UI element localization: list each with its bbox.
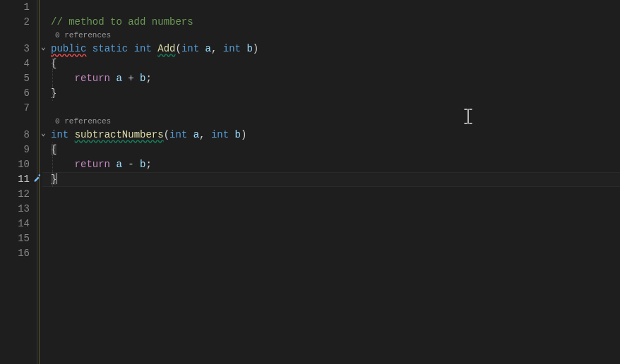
code-content[interactable]: // method to add numbers 0 references ⌄p… [42, 0, 620, 364]
line-number: 16 [0, 246, 30, 261]
codelens-references[interactable]: 0 references [42, 116, 620, 128]
line-number: 4 [0, 56, 30, 71]
type: int [134, 43, 152, 54]
text-cursor [56, 173, 57, 184]
line-number: 8 [0, 128, 30, 142]
line-number: 1 [0, 0, 30, 15]
line-number: 5 [0, 71, 30, 86]
fold-arrow-icon[interactable]: ⌄ [41, 130, 46, 138]
line-number: 6 [0, 86, 30, 101]
keyword: public [51, 43, 86, 54]
code-line[interactable] [42, 246, 620, 261]
code-line[interactable] [42, 187, 620, 202]
codelens-references[interactable]: 0 references [42, 30, 620, 42]
line-number: 10 [0, 157, 30, 172]
comment-text: // method to add numbers [51, 16, 193, 28]
code-line[interactable] [42, 0, 620, 15]
code-line[interactable]: return a + b; [42, 71, 620, 86]
line-number: 3 [0, 42, 30, 56]
code-line[interactable]: } [42, 86, 620, 101]
line-number-gutter: 1 2 3 4 5 6 7 8 9 10 11 12 13 14 15 16 [0, 0, 35, 364]
line-number: 9 [0, 142, 30, 157]
line-number: 13 [0, 202, 30, 217]
line-number: 15 [0, 231, 30, 246]
line-number: 14 [0, 217, 30, 231]
line-number: 11 [0, 172, 30, 187]
code-line[interactable]: ⌄int subtractNumbers(int a, int b) [42, 128, 620, 142]
code-editor[interactable]: 1 2 3 4 5 6 7 8 9 10 11 12 13 14 15 16 /… [0, 0, 620, 364]
line-number: 12 [0, 187, 30, 202]
keyword: static [93, 43, 128, 54]
line-number: 7 [0, 101, 30, 116]
code-line[interactable]: { [42, 142, 620, 157]
code-line[interactable]: // method to add numbers [42, 15, 620, 30]
code-line[interactable] [42, 217, 620, 231]
line-number: 2 [0, 15, 30, 30]
code-line[interactable]: ⌄public static int Add(int a, int b) [42, 42, 620, 56]
code-line[interactable]: { [42, 56, 620, 71]
quick-actions-icon[interactable] [32, 174, 42, 188]
code-line-current[interactable]: } [42, 172, 620, 187]
keyword: return [75, 73, 110, 84]
code-line[interactable] [42, 202, 620, 217]
code-line[interactable] [42, 231, 620, 246]
fold-arrow-icon[interactable]: ⌄ [41, 44, 46, 51]
code-line[interactable] [42, 101, 620, 116]
method-name: Add [157, 43, 175, 54]
type: int [51, 129, 68, 140]
method-name: subtractNumbers [75, 129, 164, 140]
keyword: return [75, 159, 110, 170]
code-line[interactable]: return a - b; [42, 157, 620, 172]
